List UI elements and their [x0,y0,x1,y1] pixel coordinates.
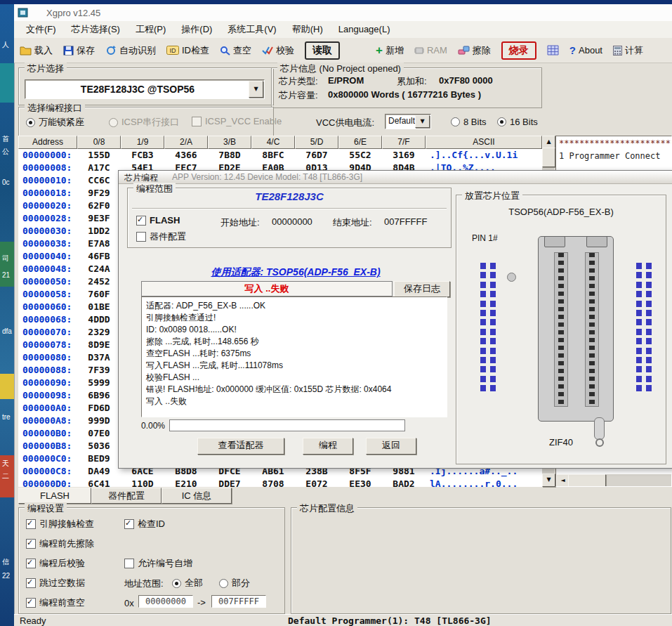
load-button[interactable]: 载入 [20,44,53,57]
hex-cell[interactable]: 2329 [77,326,121,339]
hex-cell[interactable]: 9F29 [77,187,121,200]
ic-grid-button[interactable] [547,45,559,56]
icsp-radio-item[interactable]: ICSP串行接口 [109,116,179,129]
bits16-radio[interactable] [497,117,506,126]
tab-flash[interactable]: FLASH [18,488,91,504]
hex-cell[interactable]: 9E3F [77,212,121,225]
verify-after-checkbox[interactable]: ✓ [26,559,36,568]
vcc-dropdown-button[interactable]: ▼ [415,115,430,128]
program-button[interactable]: 编程 [303,438,353,455]
hex-cell[interactable]: BAD2 [382,478,426,487]
blank-check-before-checkbox[interactable]: ✓ [26,598,36,608]
id-check-button[interactable]: ID ID检查 [166,44,209,57]
menu-item[interactable]: 帮助(H) [284,21,331,38]
device-config-checkbox-item[interactable]: ✓ 器件配置 [136,230,186,243]
scroll-down-button[interactable]: ▼ [542,474,555,487]
blank-check-before-item[interactable]: ✓ 编程前查空 [26,596,85,609]
tab-device-config[interactable]: 器件配置 [91,488,162,504]
hex-cell[interactable]: DA49 [77,465,121,478]
hex-cell[interactable]: 999D [77,415,121,427]
hex-cell[interactable]: 8D9E [77,339,121,351]
hex-cell[interactable]: CC6C [77,174,121,187]
hex-ascii[interactable]: .]..Cf{...v.U.1i [426,149,542,162]
hex-cell[interactable]: 8708 [251,478,295,487]
chip-select-combo[interactable]: TE28F128J3C @TSOP56 ▼ [25,79,265,99]
hex-cell[interactable]: 5036 [77,440,121,452]
hex-cell[interactable]: 3169 [382,149,426,162]
hex-cell[interactable]: A17C [77,162,121,174]
hex-header-col[interactable]: 5/D [295,136,338,149]
hex-cell[interactable]: E7A8 [77,237,121,250]
hex-cell[interactable]: 07E0 [77,427,121,440]
hex-cell[interactable]: 7F39 [77,364,121,377]
hex-cell[interactable]: 5999 [77,377,121,389]
menu-item[interactable]: 工程(P) [128,21,173,38]
bits16-radio-item[interactable]: 16 Bits [497,117,538,127]
skip-blank-item[interactable]: ✓ 跳过空数据 [26,577,85,589]
view-adapter-button[interactable]: 查看适配器 [197,438,284,455]
hex-cell[interactable]: 4DDD [77,313,121,326]
hex-header-col[interactable]: 6/E [338,136,382,149]
bits8-radio[interactable] [451,117,460,126]
range-all-radio[interactable] [172,579,181,588]
tab-ic-info[interactable]: IC 信息 [162,488,232,504]
calculator-button[interactable]: 计算 [613,44,643,57]
hex-cell[interactable]: EE30 [338,478,382,487]
read-button[interactable]: 读取 [305,41,340,60]
hex-cell[interactable]: E210 [164,478,208,487]
window-titlebar[interactable]: Xgpro v12.45 [14,4,672,22]
hex-ascii[interactable]: lA........r.0... [426,478,542,487]
range-part-item[interactable]: 部分 [219,577,250,589]
hex-cell[interactable]: FD6D [77,402,121,415]
hex-header-col[interactable]: 2/A [164,136,208,149]
icsp-vcc-checkbox-item[interactable]: ✓ ICSP_VCC Enable [192,116,282,126]
serial-increment-checkbox[interactable]: ✓ [124,559,134,568]
hex-cell[interactable]: DDE7 [208,478,251,487]
hex-cell[interactable]: BED9 [77,452,121,465]
hex-cell[interactable]: 760F [77,288,121,301]
hex-cell[interactable]: 76D7 [295,149,338,162]
hex-cell[interactable]: 2452 [77,275,121,288]
skip-blank-checkbox[interactable]: ✓ [26,578,36,588]
icsp-vcc-checkbox[interactable]: ✓ [192,117,202,126]
erase-before-checkbox[interactable]: ✓ [26,539,36,549]
hex-header-ascii[interactable]: ASCII [426,136,542,149]
menu-item[interactable]: 文件(F) [18,21,64,38]
range-from-input[interactable]: 00000000 [138,595,193,608]
hex-header-col[interactable]: 1/9 [121,136,164,149]
hex-cell[interactable]: 6B96 [77,389,121,402]
hex-cell[interactable]: 55C2 [338,149,382,162]
hex-cell[interactable]: 110D [121,478,164,487]
hex-cell[interactable]: E072 [295,478,338,487]
hex-header-col[interactable]: 4/C [251,136,295,149]
serial-increment-item[interactable]: ✓ 允许编号自增 [124,557,192,570]
range-part-radio[interactable] [219,579,228,588]
hex-header-col[interactable]: 3/B [208,136,251,149]
hex-cell[interactable]: 4366 [164,149,208,162]
menu-item[interactable]: 系统工具(V) [220,21,284,38]
burn-button[interactable]: 烧录 [501,41,536,60]
about-button[interactable]: ? About [569,44,602,56]
hex-cell[interactable]: 62F0 [77,200,121,212]
hex-cell[interactable]: 155D [77,149,121,162]
icsp-radio[interactable] [109,118,118,127]
range-to-input[interactable]: 007FFFFF [211,595,266,608]
save-button[interactable]: 保存 [63,44,95,57]
ram-button[interactable]: RAM [414,45,447,56]
pin-check-checkbox[interactable]: ✓ [26,519,36,529]
menu-item[interactable]: 操作(D) [173,21,220,38]
vcc-combo[interactable]: Default ▼ [385,114,431,129]
chip-select-dropdown-button[interactable]: ▼ [249,81,263,98]
verify-button[interactable]: 校验 [262,44,294,57]
hex-cell[interactable]: C24A [77,263,121,275]
flash-checkbox-item[interactable]: ✓ FLASH [136,215,180,226]
auto-detect-button[interactable]: 自动识别 [105,44,156,57]
scroll-thumb[interactable] [542,148,555,167]
hex-cell[interactable]: 7B8D [208,149,251,162]
hex-cell[interactable]: 01BE [77,301,121,313]
save-log-button[interactable]: 保存日志 [394,281,450,297]
new-button[interactable]: + 新增 [376,44,404,57]
erase-before-item[interactable]: ✓ 编程前先擦除 [26,537,94,550]
hex-cell[interactable]: FCB3 [121,149,164,162]
range-all-item[interactable]: 全部 [172,577,203,589]
